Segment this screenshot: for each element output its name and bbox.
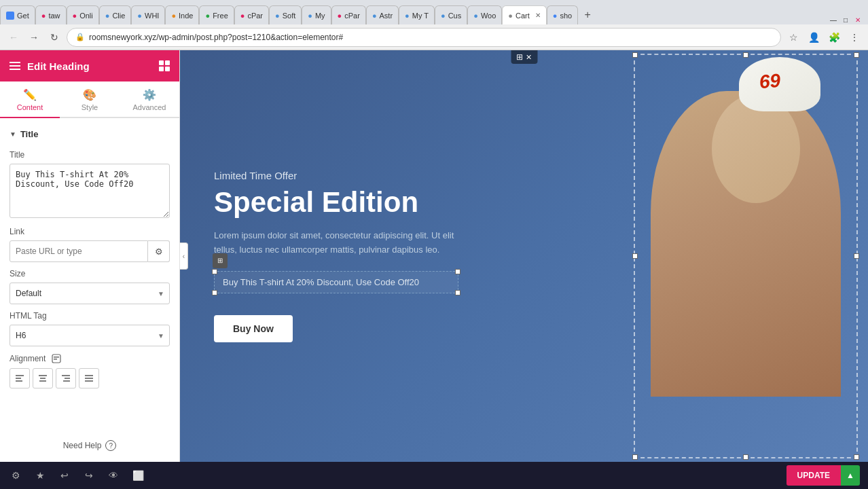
tab-woo[interactable]: ● Woo bbox=[467, 5, 502, 24]
help-icon: ? bbox=[105, 440, 116, 451]
tab-astr[interactable]: ● Astr bbox=[366, 5, 399, 24]
link-label: Link bbox=[10, 227, 170, 236]
alignment-responsive-icon[interactable] bbox=[51, 353, 62, 364]
advanced-icon: ⚙️ bbox=[143, 88, 156, 101]
html-tag-select-wrap: H1 H2 H3 H4 H5 H6 div span p ▼ bbox=[10, 325, 170, 346]
hero-description: Lorem ipsum dolor sit amet, consectetur … bbox=[214, 229, 472, 257]
selection-toolbar: ⊞ bbox=[213, 253, 228, 268]
panel-title: Edit Heading bbox=[27, 60, 90, 72]
buy-now-button[interactable]: Buy Now bbox=[214, 315, 293, 342]
profile-button[interactable]: 👤 bbox=[806, 29, 822, 46]
back-button[interactable]: ← bbox=[5, 29, 22, 46]
tab-cart[interactable]: ● Cart ✕ bbox=[502, 5, 546, 24]
align-justify-button[interactable] bbox=[79, 368, 99, 388]
left-panel: Edit Heading ✏️ Content 🎨 Style ⚙️ Advan… bbox=[0, 50, 180, 462]
svg-rect-2 bbox=[54, 359, 57, 360]
title-textarea[interactable]: Buy This T-shirt At 20% Discount, Use Co… bbox=[10, 164, 170, 218]
canvas-close-button[interactable]: ✕ bbox=[526, 53, 532, 62]
tab-taw[interactable]: ● taw bbox=[35, 5, 67, 24]
need-help-label: Need Help bbox=[63, 441, 102, 450]
tab-favicon-get bbox=[6, 12, 14, 20]
undo-icon[interactable]: ↩ bbox=[57, 468, 72, 483]
settings-icon[interactable]: ⚙ bbox=[8, 468, 23, 483]
tab-cus[interactable]: ● Cus bbox=[435, 5, 467, 24]
tab-content[interactable]: ✏️ Content bbox=[0, 82, 60, 118]
canvas-area: ‹ Limited Time Offer Special Edition Lor… bbox=[180, 50, 868, 462]
tab-style[interactable]: 🎨 Style bbox=[60, 82, 120, 117]
link-settings-button[interactable]: ⚙ bbox=[148, 240, 170, 262]
tab-my2[interactable]: ● My T bbox=[399, 5, 435, 24]
hero-heading-box[interactable]: Buy This T-shirt At 20% Discount, Use Co… bbox=[214, 271, 458, 293]
tab-my1[interactable]: ● My bbox=[302, 5, 331, 24]
svg-rect-1 bbox=[54, 357, 59, 358]
size-select-wrap: Default Small Medium Large ▼ bbox=[10, 283, 170, 304]
responsive-icon[interactable]: ⬜ bbox=[130, 468, 145, 483]
style-icon: 🎨 bbox=[83, 88, 96, 101]
align-left-button[interactable] bbox=[10, 368, 30, 388]
tab-whi[interactable]: ● WHI bbox=[131, 5, 165, 24]
panel-header: Edit Heading bbox=[0, 50, 179, 82]
address-bar[interactable]: 🔒 roomsnewyork.xyz/wp-admin/post.php?pos… bbox=[67, 28, 781, 47]
hero-heading-text: Buy This T-shirt At 20% Discount, Use Co… bbox=[223, 277, 419, 287]
tab-advanced[interactable]: ⚙️ Advanced bbox=[120, 82, 179, 117]
section-collapse-arrow: ▼ bbox=[10, 130, 16, 138]
tab-soft[interactable]: ● Soft bbox=[269, 5, 302, 24]
move-handle[interactable]: ⊞ bbox=[213, 253, 228, 268]
content-tabs: ✏️ Content 🎨 Style ⚙️ Advanced bbox=[0, 82, 179, 118]
hero-title: Special Edition bbox=[214, 187, 834, 218]
main-layout: Edit Heading ✏️ Content 🎨 Style ⚙️ Advan… bbox=[0, 50, 868, 462]
tab-free[interactable]: ● Free bbox=[199, 5, 234, 24]
browser-chrome: Get ● taw ● Onli ● Clie ● WHI ● Inde ● F… bbox=[0, 0, 868, 50]
panel-content: ▼ Title Title Buy This T-shirt At 20% Di… bbox=[0, 118, 179, 429]
tab-cpar2[interactable]: ● cPar bbox=[331, 5, 366, 24]
tab-bar: Get ● taw ● Onli ● Clie ● WHI ● Inde ● F… bbox=[0, 0, 868, 24]
tab-onli[interactable]: ● Onli bbox=[67, 5, 99, 24]
bookmark-button[interactable]: ☆ bbox=[785, 29, 801, 46]
tab-close-cart[interactable]: ✕ bbox=[535, 12, 541, 19]
close-window-button[interactable]: ✕ bbox=[853, 15, 863, 24]
hero-subtitle: Limited Time Offer bbox=[214, 170, 834, 181]
update-button[interactable]: UPDATE bbox=[786, 465, 841, 486]
menu-button[interactable]: ⋮ bbox=[846, 29, 863, 46]
tab-clie[interactable]: ● Clie bbox=[99, 5, 132, 24]
handle-bottom-right[interactable] bbox=[455, 290, 460, 295]
tab-cpar1[interactable]: ● cPar bbox=[234, 5, 269, 24]
browser-toolbar: ← → ↻ 🔒 roomsnewyork.xyz/wp-admin/post.p… bbox=[0, 24, 868, 50]
minimize-button[interactable]: — bbox=[829, 15, 838, 24]
maximize-button[interactable]: □ bbox=[841, 15, 850, 24]
bottom-bar: ⚙ ★ ↩ ↪ 👁 ⬜ UPDATE ▲ bbox=[0, 462, 868, 489]
align-center-button[interactable] bbox=[33, 368, 53, 388]
need-help-section[interactable]: Need Help ? bbox=[0, 429, 179, 462]
reload-button[interactable]: ↻ bbox=[46, 29, 62, 46]
tab-sho[interactable]: ● sho bbox=[547, 5, 578, 24]
secure-icon: 🔒 bbox=[75, 33, 85, 41]
handle-top-right[interactable] bbox=[455, 269, 460, 274]
link-input[interactable] bbox=[10, 240, 148, 262]
forward-button[interactable]: → bbox=[26, 29, 42, 46]
redo-icon[interactable]: ↪ bbox=[82, 468, 96, 483]
size-label: Size bbox=[10, 269, 170, 278]
update-dropdown-button[interactable]: ▲ bbox=[841, 465, 860, 486]
handle-top-left[interactable] bbox=[212, 269, 217, 274]
title-label: Title bbox=[10, 150, 170, 160]
extensions-button[interactable]: 🧩 bbox=[826, 29, 842, 46]
preview-icon[interactable]: 👁 bbox=[106, 468, 121, 483]
tab-inde[interactable]: ● Inde bbox=[165, 5, 199, 24]
section-title-label: Title bbox=[20, 129, 39, 139]
panel-grid-button[interactable] bbox=[159, 60, 170, 71]
star-icon[interactable]: ★ bbox=[33, 468, 48, 483]
canvas-drag-handle[interactable]: ⊞ ✕ bbox=[511, 50, 537, 64]
tab-get[interactable]: Get bbox=[0, 5, 35, 24]
hamburger-menu[interactable] bbox=[10, 62, 20, 70]
section-header-title[interactable]: ▼ Title bbox=[10, 126, 170, 142]
update-button-group: UPDATE ▲ bbox=[786, 465, 860, 486]
handle-bottom-left[interactable] bbox=[212, 290, 217, 295]
align-right-button[interactable] bbox=[56, 368, 76, 388]
size-select[interactable]: Default Small Medium Large bbox=[10, 283, 170, 304]
content-icon: ✏️ bbox=[23, 88, 37, 101]
panel-collapse-button[interactable]: ‹ bbox=[180, 242, 188, 270]
new-tab-button[interactable]: + bbox=[578, 5, 597, 24]
html-tag-select[interactable]: H1 H2 H3 H4 H5 H6 div span p bbox=[10, 325, 170, 346]
alignment-label: Alignment bbox=[10, 354, 46, 363]
hat-shape: 69 bbox=[739, 57, 820, 111]
